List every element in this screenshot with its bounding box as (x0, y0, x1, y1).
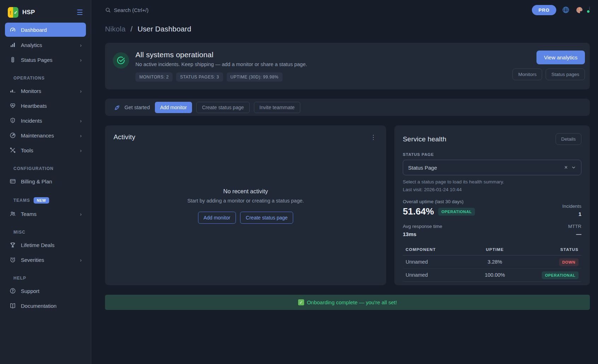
avg-response-stat: Avg response time 13ms (403, 224, 442, 237)
logo-exclaim: ! (8, 7, 13, 18)
avg-response-value: 13ms (403, 231, 442, 237)
monitors-button[interactable]: Monitors (512, 69, 542, 80)
sidebar-item-teams[interactable]: Teams › (5, 206, 86, 221)
breadcrumb-parent[interactable]: Nikola (105, 25, 126, 33)
monitors-bars-icon (9, 88, 16, 94)
empty-create-status-page-button[interactable]: Create status page (240, 212, 293, 224)
language-globe-icon[interactable] (562, 6, 570, 14)
sidebar-item-heartbeats[interactable]: Heartbeats (5, 98, 86, 113)
pro-badge[interactable]: PRO (532, 5, 556, 15)
users-icon (9, 211, 16, 217)
service-health-card: Service health Details STATUS PAGE Statu… (394, 125, 590, 285)
invite-teammate-button[interactable]: Invite teammate (254, 102, 301, 113)
sidebar-item-documentation[interactable]: Documentation (5, 298, 86, 313)
uptime-badge: UPTIME (30D): 99.98% (227, 72, 283, 82)
component-name: Unnamed (406, 259, 467, 265)
components-table-header: COMPONENT UPTIME STATUS (403, 244, 581, 256)
sidebar-item-lifetime-deals[interactable]: Lifetime Deals (5, 237, 86, 252)
incidents-stat-label: Incidents (562, 204, 581, 209)
sidebar-item-label: Tools (21, 147, 33, 153)
search-icon (105, 7, 111, 13)
hero-actions: View analytics Monitors Status pages (512, 51, 585, 82)
get-started-bar: Get started Add monitor Create status pa… (105, 99, 590, 116)
chevron-right-icon: › (80, 88, 82, 94)
status-page-select-value: Status Page (408, 165, 437, 171)
app-root: ! ✓ HSP ☰ Dashboard Analytics › (0, 0, 598, 364)
section-help: HELP (5, 267, 86, 283)
sidebar-item-label: Status Pages (21, 57, 52, 63)
sidebar-item-maintenances[interactable]: Maintenances › (5, 128, 86, 143)
uptime-stat-label: Overall uptime (last 30 days) (403, 199, 475, 204)
incidents-stat: Incidents 1 (562, 204, 581, 217)
create-status-page-button[interactable]: Create status page (196, 102, 249, 113)
uptime-stat: Overall uptime (last 30 days) 51.64% OPE… (403, 199, 475, 217)
sidebar-item-analytics[interactable]: Analytics › (5, 37, 86, 52)
status-column-header: STATUS (523, 247, 579, 252)
table-row[interactable]: Unnamed 100.00% OPERATIONAL (403, 269, 581, 282)
sidebar-item-label: Lifetime Deals (21, 242, 54, 248)
empty-add-monitor-button[interactable]: Add monitor (198, 212, 236, 224)
table-row[interactable]: Unnamed 3.28% DOWN (403, 256, 581, 269)
maintenance-icon (9, 132, 16, 139)
chevron-right-icon: › (80, 118, 82, 124)
uptime-column-header: UPTIME (467, 247, 523, 252)
sidebar-item-severities[interactable]: Severities › (5, 252, 86, 267)
component-uptime: 100.00% (467, 272, 523, 278)
brand-logo-icon[interactable]: ! ✓ (8, 7, 18, 18)
component-name: Unnamed (406, 272, 467, 278)
sidebar-item-label: Billing & Plan (21, 178, 52, 184)
sidebar-item-label: Heartbeats (21, 103, 47, 109)
activity-card: Activity ⋮ No recent activity Start by a… (105, 125, 386, 285)
activity-empty-state: No recent activity Start by adding a mon… (114, 134, 378, 277)
sidebar-item-dashboard[interactable]: Dashboard (5, 23, 86, 37)
sidebar-item-label: Teams (21, 211, 36, 217)
sidebar-item-label: Severities (21, 257, 44, 263)
clear-selection-icon[interactable]: × (564, 165, 568, 170)
chevron-right-icon: › (80, 257, 82, 263)
uptime-stat-value: 51.64% (403, 206, 434, 217)
heartbeat-icon (9, 102, 16, 109)
sidebar-item-label: Dashboard (21, 27, 47, 33)
view-analytics-button[interactable]: View analytics (536, 51, 585, 64)
status-page-select[interactable]: Status Page × (403, 160, 581, 175)
sidebar-item-label: Analytics (21, 42, 42, 48)
select-helper-text: Select a status page to load its health … (403, 179, 581, 184)
add-monitor-button[interactable]: Add monitor (155, 102, 192, 113)
operational-status-badge: OPERATIONAL (438, 208, 475, 216)
search-input[interactable]: Search (Ctrl+/) (105, 7, 149, 13)
section-configuration: CONFIGURATION (5, 158, 86, 174)
sidebar-item-incidents[interactable]: Incidents › (5, 113, 86, 128)
hamburger-icon[interactable]: ☰ (77, 9, 83, 16)
hero-body: All systems operational No active incide… (135, 51, 307, 82)
tools-icon (9, 147, 16, 154)
help-circle-icon (9, 288, 16, 294)
sidebar-item-label: Documentation (21, 303, 57, 309)
sidebar-item-billing[interactable]: Billing & Plan (5, 174, 86, 189)
hero-ghost-buttons: Monitors Status pages (512, 69, 585, 80)
status-pages-button[interactable]: Status pages (546, 69, 585, 80)
theme-palette-icon[interactable] (575, 6, 584, 14)
response-stat-row: Avg response time 13ms MTTR — (403, 224, 581, 237)
chevron-down-icon[interactable] (571, 165, 576, 170)
new-badge: NEW (34, 197, 49, 204)
main-content: Search (Ctrl+/) PRO Nikola / User Dashbo… (91, 0, 598, 364)
breadcrumb-current: User Dashboard (138, 25, 191, 33)
sidebar-item-monitors[interactable]: Monitors › (5, 83, 86, 98)
empty-state-actions: Add monitor Create status page (198, 212, 294, 224)
trophy-icon (9, 242, 16, 248)
sidebar-item-tools[interactable]: Tools › (5, 143, 86, 158)
component-column-header: COMPONENT (406, 247, 467, 252)
topbar-actions: PRO (532, 5, 590, 15)
sidebar-nav: Dashboard Analytics › Status Pages › OPE… (0, 23, 91, 313)
breadcrumb-separator: / (130, 25, 133, 33)
empty-state-title: No recent activity (223, 188, 268, 195)
hero-subtitle: No active incidents. Keep shipping — add… (135, 61, 307, 67)
logo-row: ! ✓ HSP ☰ (0, 5, 91, 23)
hero-title: All systems operational (135, 51, 307, 59)
components-table: COMPONENT UPTIME STATUS Unnamed 3.28% DO… (403, 244, 581, 282)
section-teams: TEAMS NEW (5, 189, 86, 206)
details-button[interactable]: Details (556, 133, 581, 145)
user-avatar[interactable] (589, 7, 590, 13)
sidebar-item-support[interactable]: Support (5, 283, 86, 298)
sidebar-item-status-pages[interactable]: Status Pages › (5, 52, 86, 67)
